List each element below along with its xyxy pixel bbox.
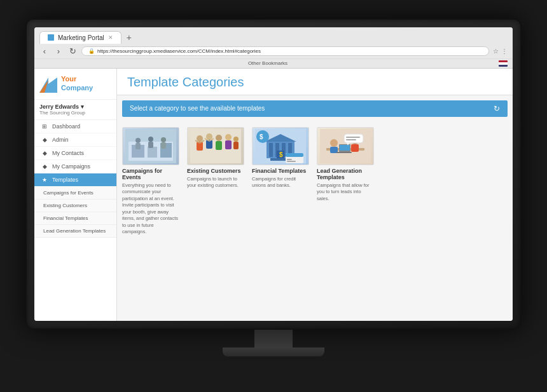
tab-close-button[interactable]: ✕	[108, 34, 113, 41]
svg-point-9	[148, 137, 153, 142]
sidebar-item-my-contacts[interactable]: ◆ My Contacts	[34, 147, 116, 160]
sidebar-item-financial-templates[interactable]: Financial Templates	[34, 212, 116, 225]
sidebar-item-my-campaigns[interactable]: ◆ My Campaigns	[34, 160, 116, 173]
category-desc-events: Everything you need to communicate your …	[122, 182, 179, 236]
svg-rect-53	[344, 134, 363, 143]
svg-rect-42	[287, 159, 292, 160]
tab-bar: Marketing Portal ✕ +	[34, 27, 513, 44]
svg-rect-8	[135, 143, 141, 149]
monitor-neck	[254, 330, 293, 348]
category-desc-lead: Campaigns that allow for you to turn lea…	[317, 182, 374, 203]
sub-label-customers: Existing Customers	[43, 203, 87, 208]
svg-rect-55	[346, 137, 360, 138]
settings-icon[interactable]: ⋮	[501, 48, 508, 55]
svg-point-7	[135, 138, 141, 143]
category-name-lead: Lead Generation Templates	[317, 168, 374, 180]
address-bar: ‹ › ↻ 🔒 https://thesourcinggroup.xmedias…	[34, 44, 513, 58]
dashboard-icon: ⊞	[41, 123, 48, 130]
url-text: https://thesourcinggroup.xmediaservice.c…	[97, 48, 261, 54]
svg-text:$: $	[260, 133, 263, 140]
bookmarks-label[interactable]: Other Bookmarks	[248, 60, 287, 66]
sub-label-events: Campaigns for Events	[43, 190, 93, 196]
sidebar-item-dashboard[interactable]: ⊞ Dashboard	[34, 120, 116, 133]
svg-rect-10	[148, 142, 153, 148]
sidebar-item-lead-generation[interactable]: Lead Generation Templates	[34, 225, 116, 238]
active-tab[interactable]: Marketing Portal ✕	[39, 31, 121, 44]
campaigns-icon: ◆	[41, 163, 48, 170]
nav-label-campaigns: My Campaigns	[52, 163, 90, 170]
tab-favicon	[48, 34, 54, 41]
svg-rect-52	[336, 152, 352, 153]
lock-icon: 🔒	[88, 48, 95, 54]
page-header: Template Categories	[117, 69, 513, 95]
sub-nav: Campaigns for Events Existing Customers …	[34, 187, 116, 238]
categories-grid: Campaigns for Events Everything you need…	[117, 122, 513, 241]
company-logo	[39, 75, 57, 93]
banner-text: Select a category to see the available t…	[130, 105, 265, 112]
svg-rect-31	[269, 143, 273, 157]
nav-label-contacts: My Contacts	[52, 150, 84, 156]
category-card-financial[interactable]: $ $	[252, 127, 309, 236]
category-desc-financial: Campaigns for credit unions and banks.	[252, 176, 309, 189]
svg-rect-43	[287, 161, 296, 162]
svg-text:$: $	[279, 151, 283, 158]
category-thumb-customers	[187, 127, 244, 165]
bookmarks-bar: Other Bookmarks	[34, 58, 513, 68]
category-card-customers[interactable]: Existing Customers Campaigns to launch t…	[187, 127, 244, 236]
templates-icon: ★	[41, 177, 48, 183]
sub-label-financial: Financial Templates	[43, 215, 88, 221]
main-content: Template Categories Select a category to…	[117, 69, 513, 321]
svg-point-46	[330, 139, 338, 147]
new-tab-button[interactable]: +	[123, 31, 135, 44]
sidebar-item-existing-customers[interactable]: Existing Customers	[34, 199, 116, 212]
nav-label-dashboard: Dashboard	[52, 123, 80, 130]
reload-button[interactable]: ↻	[67, 46, 78, 56]
screen: Marketing Portal ✕ + ‹ › ↻ 🔒 https://the…	[34, 27, 513, 321]
category-desc-customers: Campaigns to launch to your existing cus…	[187, 176, 244, 189]
forward-button[interactable]: ›	[53, 46, 64, 56]
refresh-icon[interactable]: ↻	[494, 104, 500, 113]
svg-rect-12	[161, 142, 166, 149]
logo-area: Your Company	[34, 69, 116, 100]
category-name-customers: Existing Customers	[187, 168, 244, 174]
svg-point-18	[216, 135, 222, 141]
user-org: The Sourcing Group	[39, 110, 111, 116]
sidebar: Your Company Jerry Edwards ▾ The Sourcin…	[34, 69, 117, 321]
admin-icon: ◆	[41, 137, 48, 143]
page-title: Template Categories	[127, 75, 502, 90]
contacts-icon: ◆	[41, 150, 48, 156]
sidebar-item-campaigns-events[interactable]: Campaigns for Events	[34, 187, 116, 199]
sidebar-item-templates[interactable]: ★ Templates	[34, 173, 116, 187]
svg-point-20	[225, 134, 232, 140]
category-thumb-events	[122, 127, 179, 165]
logo-text: Your Company	[61, 75, 93, 91]
svg-point-16	[206, 133, 212, 140]
svg-point-11	[161, 137, 166, 142]
nav-items: ⊞ Dashboard ◆ Admin ◆ My Contacts ◆	[34, 120, 116, 321]
svg-rect-5	[148, 147, 157, 158]
category-card-events[interactable]: Campaigns for Events Everything you need…	[122, 127, 179, 236]
category-name-events: Campaigns for Events	[122, 168, 179, 180]
svg-rect-56	[346, 139, 356, 140]
page-content: Your Company Jerry Edwards ▾ The Sourcin…	[34, 69, 513, 321]
category-banner: Select a category to see the available t…	[122, 100, 508, 117]
svg-rect-51	[340, 145, 350, 151]
browser-actions: ☆ ⋮	[493, 48, 508, 55]
url-bar[interactable]: 🔒 https://thesourcinggroup.xmediaservice…	[81, 46, 489, 56]
monitor: Marketing Portal ✕ + ‹ › ↻ 🔒 https://the…	[25, 18, 522, 374]
monitor-base	[223, 348, 324, 356]
sub-label-lead: Lead Generation Templates	[43, 228, 106, 234]
user-name[interactable]: Jerry Edwards ▾	[39, 104, 111, 110]
monitor-bezel: Marketing Portal ✕ + ‹ › ↻ 🔒 https://the…	[25, 18, 522, 330]
category-card-lead[interactable]: Lead Generation Templates Campaigns that…	[317, 127, 374, 236]
back-button[interactable]: ‹	[39, 46, 50, 56]
svg-point-22	[233, 137, 239, 142]
category-thumb-financial: $ $	[252, 127, 309, 165]
sidebar-item-admin[interactable]: ◆ Admin	[34, 133, 116, 147]
nav-label-admin: Admin	[52, 137, 69, 143]
user-info: Jerry Edwards ▾ The Sourcing Group	[34, 100, 116, 120]
svg-rect-17	[206, 140, 212, 149]
logo-your: Your	[61, 75, 93, 83]
star-icon[interactable]: ☆	[493, 48, 499, 55]
nav-label-templates: Templates	[52, 177, 78, 183]
